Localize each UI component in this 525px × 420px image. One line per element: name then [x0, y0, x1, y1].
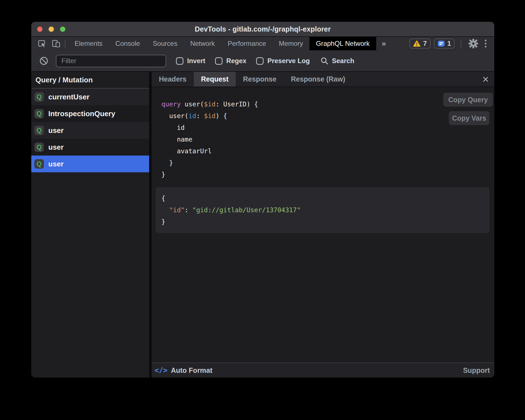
traffic-lights: [37, 22, 65, 36]
auto-format-label: Auto Format: [171, 366, 213, 374]
copy-query-button[interactable]: Copy Query: [443, 93, 493, 107]
message-count: 1: [447, 40, 451, 47]
more-options-kebab-icon[interactable]: [483, 40, 489, 47]
auto-format-button[interactable]: </> Auto Format: [154, 366, 213, 374]
devtools-tab-console[interactable]: Console: [109, 37, 146, 50]
devtools-tab-network[interactable]: Network: [184, 37, 221, 50]
devtools-tabbar: ElementsConsoleSourcesNetworkPerformance…: [31, 37, 494, 50]
devtools-tab-performance[interactable]: Performance: [221, 37, 272, 50]
warnings-badge[interactable]: 7: [409, 39, 430, 49]
graphql-query-code: query user($id: UserID) { user(id: $id) …: [161, 98, 258, 180]
devtools-tab-graphql-network[interactable]: GraphQL Network: [309, 37, 376, 50]
invert-checkbox[interactable]: [176, 57, 183, 65]
device-toolbar-icon[interactable]: [50, 38, 62, 49]
code-line: "id": "gid://gitlab/User/13704317": [161, 204, 490, 216]
query-list-sidebar: Query / Mutation QcurrentUserQIntrospect…: [31, 72, 149, 378]
devtools-tab-elements[interactable]: Elements: [68, 37, 109, 50]
checkbox-group-preserve-log[interactable]: Preserve Log: [256, 57, 310, 65]
query-type-badge: Q: [34, 109, 44, 118]
window-title: DevTools - gitlab.com/-/graphql-explorer: [195, 25, 331, 33]
code-line: query user($id: UserID) {: [161, 98, 258, 110]
code-line: avatarUrl: [161, 145, 258, 157]
code-format-icon: </>: [154, 366, 168, 374]
query-type-badge: Q: [34, 92, 44, 102]
search-label: Search: [332, 57, 354, 65]
details-tab-response-raw[interactable]: Response (Raw): [284, 72, 352, 87]
code-line: user(id: $id) {: [161, 110, 258, 122]
query-name-label: user: [48, 160, 64, 168]
close-icon: [481, 75, 490, 83]
checkbox-group-regex[interactable]: Regex: [215, 57, 246, 65]
support-link[interactable]: Support: [463, 366, 490, 374]
devtools-window: DevTools - gitlab.com/-/graphql-explorer…: [31, 22, 494, 378]
devtools-tab-sources[interactable]: Sources: [146, 37, 184, 50]
invert-label: Invert: [187, 57, 205, 65]
details-tabs: HeadersRequestResponseResponse (Raw): [152, 72, 494, 87]
panel-footer: </> Auto Format Support: [152, 362, 494, 378]
warning-icon: [413, 40, 421, 47]
close-window-button[interactable]: [37, 27, 42, 32]
query-name-label: user: [48, 126, 64, 135]
devtools-tab-memory[interactable]: Memory: [273, 37, 310, 50]
query-type-badge: Q: [34, 142, 44, 152]
regex-checkbox[interactable]: [215, 57, 223, 65]
query-list-item-user-2[interactable]: Quser: [31, 122, 149, 139]
code-line: id: [161, 122, 258, 133]
request-tab-body: query user($id: UserID) { user(id: $id) …: [152, 87, 494, 362]
details-tab-request[interactable]: Request: [194, 72, 236, 87]
regex-label: Regex: [226, 57, 246, 65]
search-icon: [320, 57, 329, 65]
message-icon: [438, 40, 445, 47]
query-name-label: user: [48, 143, 64, 152]
code-line: }: [161, 169, 258, 180]
code-line: }: [161, 216, 490, 228]
minimize-window-button[interactable]: [49, 27, 54, 32]
query-list-item-introspectionquery-1[interactable]: QIntrospectionQuery: [31, 105, 149, 122]
filter-toolbar: InvertRegexPreserve Log Search: [31, 50, 494, 72]
settings-gear-icon[interactable]: [467, 38, 479, 49]
zoom-window-button[interactable]: [60, 27, 65, 32]
code-line: name: [161, 133, 258, 145]
details-panel: HeadersRequestResponseResponse (Raw) que…: [152, 72, 494, 378]
search-button[interactable]: Search: [320, 57, 354, 65]
inspect-element-icon[interactable]: [36, 38, 47, 49]
details-tab-headers[interactable]: Headers: [152, 72, 194, 87]
preserve-log-label: Preserve Log: [267, 57, 310, 65]
copy-vars-button[interactable]: Copy Vars: [449, 111, 490, 125]
query-type-badge: Q: [34, 126, 44, 135]
titlebar: DevTools - gitlab.com/-/graphql-explorer: [31, 22, 494, 37]
more-tabs-chevron-icon[interactable]: »: [376, 37, 392, 50]
query-list-item-currentuser-0[interactable]: QcurrentUser: [31, 89, 149, 105]
toolbar-separator: [461, 40, 461, 47]
devtools-tabs: ElementsConsoleSourcesNetworkPerformance…: [68, 37, 376, 50]
preserve-log-checkbox[interactable]: [256, 57, 264, 65]
details-tab-response[interactable]: Response: [236, 72, 283, 87]
query-list: QcurrentUserQIntrospectionQueryQuserQuse…: [31, 89, 149, 378]
query-type-badge: Q: [34, 159, 44, 169]
warning-count: 7: [423, 40, 427, 47]
query-list-item-user-4[interactable]: Quser: [31, 156, 149, 172]
code-line: {: [161, 192, 490, 204]
code-line: }: [161, 157, 258, 169]
query-name-label: IntrospectionQuery: [48, 109, 115, 118]
query-list-header: Query / Mutation: [31, 72, 149, 89]
split-divider[interactable]: [149, 72, 152, 378]
query-name-label: currentUser: [48, 93, 89, 101]
close-details-button[interactable]: [481, 72, 490, 87]
clear-block-icon[interactable]: [38, 55, 50, 67]
query-variables-box: { "id": "gid://gitlab/User/13704317"}: [156, 187, 490, 233]
issues-badge[interactable]: 1: [434, 39, 455, 49]
query-list-item-user-3[interactable]: Quser: [31, 139, 149, 156]
toolbar-separator: [65, 40, 65, 47]
filter-input[interactable]: [56, 55, 166, 67]
filter-checkboxes: InvertRegexPreserve Log: [166, 57, 310, 65]
checkbox-group-invert[interactable]: Invert: [176, 57, 205, 65]
